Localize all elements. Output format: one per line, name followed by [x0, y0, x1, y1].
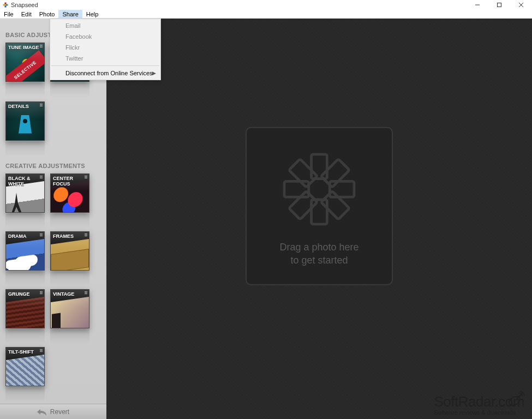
tile-label: DETAILS — [8, 104, 42, 109]
canvas-area[interactable]: Drag a photo here to get started SoftRad… — [106, 19, 532, 419]
share-disconnect-label: Disconnect from Online Services — [65, 70, 153, 76]
share-disconnect[interactable]: Disconnect from Online Services ▶ — [50, 68, 160, 79]
share-email[interactable]: Email — [50, 20, 160, 31]
drag-lines-icon — [40, 45, 43, 49]
drag-lines-icon — [40, 349, 43, 354]
drag-lines-icon — [85, 291, 87, 296]
tile-vintage[interactable]: VINTAGE — [50, 289, 89, 328]
svg-rect-10 — [330, 181, 354, 197]
tile-frames[interactable]: FRAMES — [50, 231, 89, 271]
app-icon — [2, 2, 9, 8]
tile-tilt-shift[interactable]: TILT-SHIFT — [5, 347, 45, 386]
menu-file[interactable]: File — [0, 10, 17, 18]
svg-rect-5 — [498, 3, 501, 7]
tile-black-white[interactable]: BLACK & WHITE — [5, 173, 45, 213]
creative-tiles: BLACK & WHITE CENTER FOCUS DRAMA — [0, 173, 106, 386]
tile-label: BLACK & WHITE — [8, 176, 42, 187]
watermark: SoftRadar.com Software reviews & downloa… — [434, 393, 524, 416]
pinwheel-icon — [276, 146, 363, 233]
tile-label: CENTER FOCUS — [53, 176, 87, 187]
drag-lines-icon — [40, 104, 43, 108]
minimize-button[interactable] — [467, 0, 488, 10]
drop-line2: to get started — [279, 254, 358, 267]
tile-label: TILT-SHIFT — [8, 349, 42, 355]
revert-label: Revert — [50, 408, 69, 416]
menu-photo[interactable]: Photo — [35, 10, 59, 18]
tile-details[interactable]: DETAILS — [5, 101, 45, 141]
share-dropdown: Email Facebook Flickr Twitter Disconnect… — [50, 19, 161, 80]
drop-line1: Drag a photo here — [279, 241, 358, 254]
svg-rect-8 — [312, 154, 327, 179]
menu-help[interactable]: Help — [82, 10, 103, 18]
tile-label: TUNE IMAGE — [8, 45, 42, 50]
tile-label: VINTAGE — [53, 291, 87, 297]
watermark-tagline: Software reviews & downloads — [434, 409, 524, 416]
share-flickr[interactable]: Flickr — [50, 42, 160, 53]
drag-lines-icon — [40, 291, 43, 296]
undo-icon — [37, 408, 47, 416]
svg-rect-9 — [321, 159, 349, 187]
drag-lines-icon — [40, 234, 43, 238]
tile-tune-image[interactable]: SELECTIVE TUNE IMAGE — [5, 43, 45, 82]
tile-center-focus[interactable]: CENTER FOCUS — [50, 173, 89, 213]
svg-rect-11 — [321, 191, 349, 219]
svg-rect-15 — [289, 159, 318, 187]
dropdown-separator — [51, 65, 159, 66]
share-twitter[interactable]: Twitter — [50, 53, 160, 64]
tile-label: GRUNGE — [8, 291, 42, 297]
creative-header: CREATIVE ADJUSTMENTS — [0, 141, 106, 173]
maximize-button[interactable] — [488, 0, 510, 10]
revert-button[interactable]: Revert — [0, 404, 106, 419]
drop-zone[interactable]: Drag a photo here to get started — [246, 127, 393, 285]
window-controls — [467, 0, 532, 10]
tile-label: DRAMA — [8, 234, 42, 239]
drag-lines-icon — [85, 234, 87, 238]
satellite-icon — [507, 390, 525, 409]
share-facebook[interactable]: Facebook — [50, 31, 160, 42]
window-title: Snapseed — [11, 2, 38, 8]
titlebar: Snapseed — [0, 0, 532, 10]
tile-drama[interactable]: DRAMA — [5, 231, 45, 271]
drag-lines-icon — [85, 176, 87, 180]
drag-lines-icon — [40, 176, 43, 180]
menu-edit[interactable]: Edit — [17, 10, 35, 18]
svg-rect-13 — [289, 191, 318, 219]
menubar: File Edit Photo Share Help — [0, 10, 532, 19]
selective-badge: SELECTIVE — [6, 50, 44, 81]
svg-rect-3 — [3, 4, 5, 6]
svg-rect-14 — [284, 181, 309, 197]
menu-share[interactable]: Share — [58, 10, 82, 18]
svg-rect-12 — [312, 200, 327, 224]
tile-label: FRAMES — [53, 234, 87, 239]
drop-text: Drag a photo here to get started — [279, 241, 358, 267]
tile-grunge[interactable]: GRUNGE — [5, 289, 45, 328]
chevron-right-icon: ▶ — [152, 70, 156, 76]
close-button[interactable] — [510, 0, 532, 10]
